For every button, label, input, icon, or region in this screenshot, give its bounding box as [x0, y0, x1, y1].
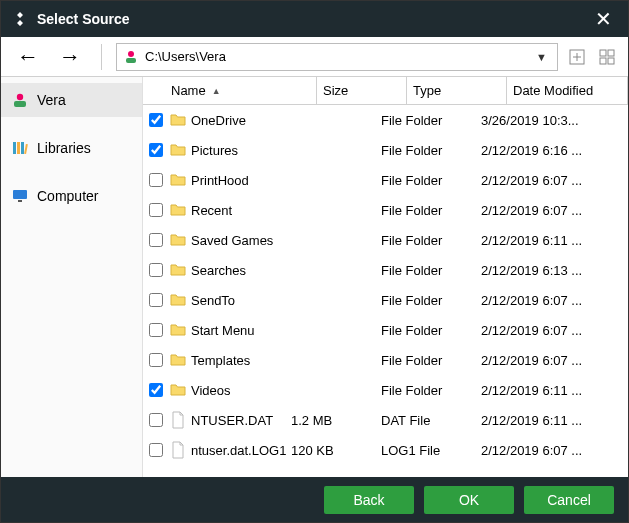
row-date: 2/12/2019 6:11 ...	[481, 233, 628, 248]
row-date: 2/12/2019 6:07 ...	[481, 353, 628, 368]
row-checkbox[interactable]	[149, 143, 163, 157]
file-list[interactable]: OneDriveFile Folder3/26/2019 10:3...Pict…	[143, 105, 628, 477]
header-type[interactable]: Type	[407, 77, 507, 104]
row-checkbox[interactable]	[149, 443, 163, 457]
svg-rect-4	[608, 50, 614, 56]
svg-rect-11	[21, 142, 24, 154]
row-name: Templates	[191, 353, 291, 368]
libraries-icon	[11, 139, 29, 157]
file-row[interactable]: OneDriveFile Folder3/26/2019 10:3...	[143, 105, 628, 135]
file-row[interactable]: PrintHoodFile Folder2/12/2019 6:07 ...	[143, 165, 628, 195]
file-icon	[165, 411, 191, 429]
row-date: 2/12/2019 6:07 ...	[481, 443, 628, 458]
header-date[interactable]: Date Modified	[507, 77, 628, 104]
monitor-icon	[11, 187, 29, 205]
folder-icon	[165, 381, 191, 399]
folder-icon	[165, 171, 191, 189]
row-checkbox[interactable]	[149, 263, 163, 277]
sidebar: VeraLibrariesComputer	[1, 77, 143, 477]
back-button[interactable]: Back	[324, 486, 414, 514]
file-row[interactable]: Start MenuFile Folder2/12/2019 6:07 ...	[143, 315, 628, 345]
row-name: SendTo	[191, 293, 291, 308]
folder-icon	[165, 141, 191, 159]
toolbar: ← → C:\Users\Vera ▼	[1, 37, 628, 77]
sidebar-item-libraries[interactable]: Libraries	[1, 131, 142, 165]
main-area: VeraLibrariesComputer Name▲ Size Type Da…	[1, 77, 628, 477]
file-row[interactable]: NTUSER.DAT1.2 MBDAT File2/12/2019 6:11 .…	[143, 405, 628, 435]
row-name: ntuser.dat.LOG1	[191, 443, 291, 458]
user-icon	[123, 49, 139, 65]
sidebar-item-vera[interactable]: Vera	[1, 83, 142, 117]
row-type: File Folder	[381, 383, 481, 398]
row-type: File Folder	[381, 293, 481, 308]
svg-rect-9	[13, 142, 16, 154]
folder-icon	[165, 291, 191, 309]
row-checkbox[interactable]	[149, 293, 163, 307]
row-name: Start Menu	[191, 323, 291, 338]
svg-rect-10	[17, 142, 20, 154]
svg-point-0	[128, 51, 134, 57]
file-row[interactable]: PicturesFile Folder2/12/2019 6:16 ...	[143, 135, 628, 165]
svg-rect-14	[18, 200, 22, 202]
row-date: 2/12/2019 6:07 ...	[481, 323, 628, 338]
file-row[interactable]: VideosFile Folder2/12/2019 6:11 ...	[143, 375, 628, 405]
file-row[interactable]: RecentFile Folder2/12/2019 6:07 ...	[143, 195, 628, 225]
nav-back-button[interactable]: ←	[11, 44, 45, 70]
file-row[interactable]: SendToFile Folder2/12/2019 6:07 ...	[143, 285, 628, 315]
row-size: 120 KB	[291, 443, 381, 458]
header-size[interactable]: Size	[317, 77, 407, 104]
path-input[interactable]: C:\Users\Vera ▼	[116, 43, 558, 71]
row-checkbox[interactable]	[149, 353, 163, 367]
file-row[interactable]: TemplatesFile Folder2/12/2019 6:07 ...	[143, 345, 628, 375]
nav-forward-button[interactable]: →	[53, 44, 87, 70]
svg-rect-12	[24, 144, 28, 154]
folder-icon	[165, 111, 191, 129]
user-icon	[11, 91, 29, 109]
sidebar-item-computer[interactable]: Computer	[1, 179, 142, 213]
row-type: File Folder	[381, 263, 481, 278]
app-logo-icon	[11, 10, 29, 28]
row-name: PrintHood	[191, 173, 291, 188]
window-title: Select Source	[37, 11, 130, 27]
file-row[interactable]: SearchesFile Folder2/12/2019 6:13 ...	[143, 255, 628, 285]
header-name[interactable]: Name▲	[165, 77, 317, 104]
column-headers: Name▲ Size Type Date Modified	[143, 77, 628, 105]
folder-icon	[165, 231, 191, 249]
row-type: File Folder	[381, 233, 481, 248]
row-checkbox[interactable]	[149, 173, 163, 187]
cancel-button[interactable]: Cancel	[524, 486, 614, 514]
ok-button[interactable]: OK	[424, 486, 514, 514]
row-type: DAT File	[381, 413, 481, 428]
row-checkbox[interactable]	[149, 413, 163, 427]
divider	[101, 44, 102, 70]
row-name: Pictures	[191, 143, 291, 158]
path-dropdown-icon[interactable]: ▼	[532, 51, 551, 63]
view-mode-button[interactable]	[596, 46, 618, 68]
row-name: Recent	[191, 203, 291, 218]
folder-icon	[165, 201, 191, 219]
row-size: 1.2 MB	[291, 413, 381, 428]
row-date: 2/12/2019 6:16 ...	[481, 143, 628, 158]
file-row[interactable]: Saved GamesFile Folder2/12/2019 6:11 ...	[143, 225, 628, 255]
new-folder-button[interactable]	[566, 46, 588, 68]
row-checkbox[interactable]	[149, 323, 163, 337]
row-type: File Folder	[381, 113, 481, 128]
sidebar-item-label: Computer	[37, 188, 98, 204]
row-name: OneDrive	[191, 113, 291, 128]
row-date: 3/26/2019 10:3...	[481, 113, 628, 128]
svg-rect-5	[600, 58, 606, 64]
folder-icon	[165, 321, 191, 339]
row-type: File Folder	[381, 173, 481, 188]
row-checkbox[interactable]	[149, 113, 163, 127]
footer: Back OK Cancel	[1, 477, 628, 523]
row-checkbox[interactable]	[149, 233, 163, 247]
row-name: NTUSER.DAT	[191, 413, 291, 428]
close-button[interactable]: ✕	[589, 7, 618, 31]
row-checkbox[interactable]	[149, 383, 163, 397]
row-type: File Folder	[381, 323, 481, 338]
file-row[interactable]: ntuser.dat.LOG1120 KBLOG1 File2/12/2019 …	[143, 435, 628, 465]
svg-point-7	[17, 94, 23, 100]
row-checkbox[interactable]	[149, 203, 163, 217]
row-name: Saved Games	[191, 233, 291, 248]
row-type: File Folder	[381, 203, 481, 218]
